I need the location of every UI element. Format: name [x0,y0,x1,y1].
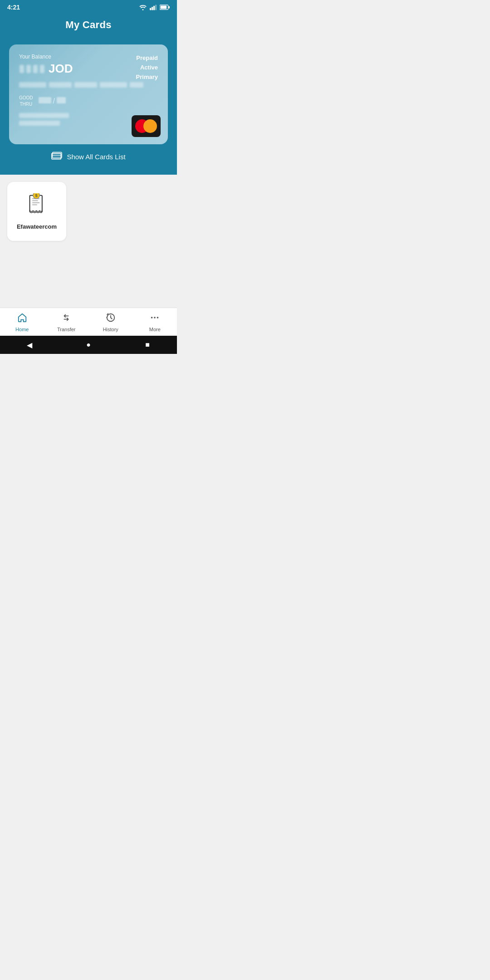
svg-rect-1 [152,7,153,10]
nav-transfer[interactable]: Transfer [44,308,89,336]
android-back[interactable]: ◀ [25,340,34,349]
battery-icon [160,5,170,10]
card-num-3 [74,82,97,88]
card-type: Prepaid [136,54,158,63]
nav-history-label: History [103,327,118,332]
more-icon [150,313,160,325]
time-display: 4:21 [7,4,20,11]
service-label-efawateercom: Efawateercom [17,223,57,230]
holder-name-1 [19,113,69,118]
android-nav: ◀ ● ■ [0,336,177,354]
currency: JOD [49,62,73,76]
nav-more[interactable]: More [133,308,177,336]
card-num-4 [100,82,127,88]
good-thru-label: GOODTHRU [19,95,33,108]
card-status-labels: Prepaid Active Primary [136,54,158,82]
blur-1 [20,65,24,73]
card-num-2 [49,82,72,88]
good-thru-row: GOODTHRU / [19,95,158,108]
svg-text:$: $ [35,193,38,198]
status-bar: 4:21 [0,0,177,13]
svg-rect-13 [32,202,39,203]
android-recent[interactable]: ■ [143,340,152,349]
signal-icon [150,4,157,10]
svg-rect-2 [153,6,155,10]
svg-rect-9 [52,155,61,156]
header: My Cards [0,13,177,44]
card-num-1 [19,82,46,88]
wifi-icon [139,4,147,10]
receipt-svg: $ [25,193,48,216]
credit-card: Your Balance JOD GOODTHRU [9,44,168,144]
svg-rect-0 [150,8,151,10]
show-all-cards-button[interactable]: Show All Cards List [9,144,168,164]
svg-point-20 [157,317,159,318]
services-grid: $ Efawateercom [7,182,170,241]
nav-home[interactable]: Home [0,308,44,336]
blur-4 [40,65,44,73]
transfer-icon [61,313,71,325]
svg-rect-12 [32,200,38,201]
expiry-masked: / [39,97,66,105]
holder-name-2 [19,121,60,126]
home-icon [17,313,27,325]
expiry-2 [57,97,66,103]
card-role: Primary [136,73,158,82]
svg-point-18 [151,317,153,318]
efawateercom-icon: $ [25,193,48,219]
page-title: My Cards [0,19,177,31]
card-num-5 [130,82,143,88]
nav-history[interactable]: History [88,308,133,336]
expiry-1 [39,97,51,103]
android-home[interactable]: ● [84,340,93,349]
blur-3 [33,65,38,73]
services-section: $ Efawateercom [0,175,177,308]
svg-rect-5 [161,6,167,9]
nav-more-label: More [149,327,161,332]
blur-2 [26,65,31,73]
card-active: Active [136,63,158,73]
balance-masked [19,65,45,73]
history-icon [106,313,116,325]
svg-rect-14 [32,204,37,205]
svg-point-19 [154,317,156,318]
service-tile-efawateercom[interactable]: $ Efawateercom [7,182,66,241]
card-section: Your Balance JOD GOODTHRU [0,44,177,175]
card-number-row [19,82,158,88]
cards-svg-icon [51,152,62,160]
nav-transfer-label: Transfer [57,327,76,332]
nav-home-label: Home [15,327,29,332]
svg-rect-3 [155,5,157,10]
status-icons [139,4,170,10]
bottom-nav: Home Transfer History [0,308,177,336]
show-all-cards-label: Show All Cards List [67,153,125,161]
mastercard-logo [132,115,161,137]
mc-orange-circle [143,119,157,133]
svg-rect-6 [168,6,170,8]
cards-icon [51,152,62,162]
